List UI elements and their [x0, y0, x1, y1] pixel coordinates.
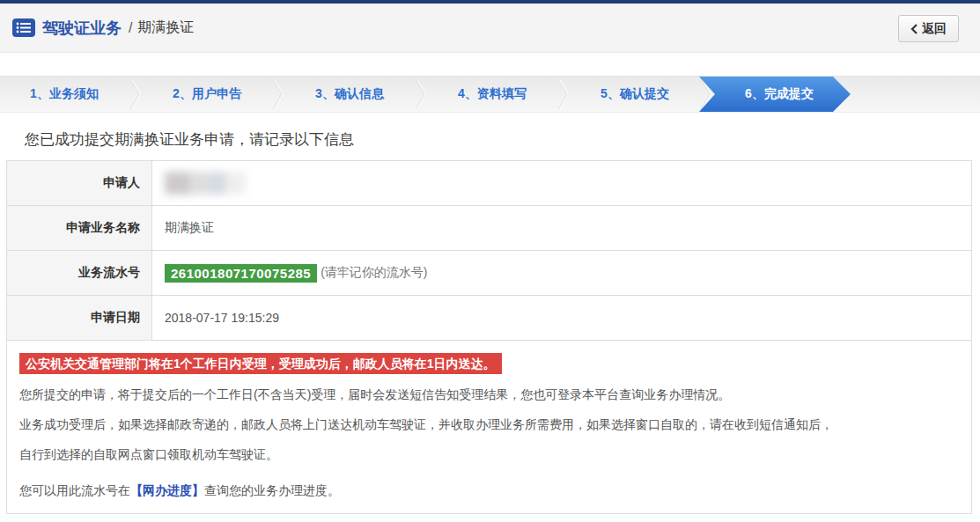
step-6-submission-complete-active: 6、完成提交	[699, 77, 851, 112]
chevron-left-icon	[910, 24, 917, 34]
step-separator-icon	[556, 77, 571, 112]
applicant-redacted-blur	[165, 172, 246, 195]
progress-query-line: 您可以用此流水号在【网办进度】查询您的业务办理进度。	[19, 483, 340, 499]
breadcrumb-separator: /	[129, 20, 132, 36]
row-label: 申请人	[7, 161, 152, 205]
online-progress-link[interactable]: 【网办进度】	[130, 483, 204, 497]
step-separator-icon	[129, 77, 143, 112]
step-5-confirm-submit: 5、确认提交	[571, 77, 699, 112]
wizard-step-bar: 1、业务须知 2、用户申告 3、确认信息 4、资料填写 5、确认提交 6、完成提…	[0, 76, 980, 113]
progress-query-prefix: 您可以用此流水号在	[19, 483, 130, 497]
success-message: 您已成功提交期满换证业务申请，请记录以下信息	[25, 129, 980, 150]
license-business-list-icon	[12, 18, 35, 37]
table-row-applicant: 申请人	[7, 161, 971, 206]
row-value: 261001807170075285 (请牢记你的流水号)	[152, 251, 971, 295]
page-title: 驾驶证业务	[42, 18, 122, 39]
step-2-user-declaration: 2、用户申告	[143, 77, 271, 112]
note-paragraph: 您所提交的申请，将于提交后的一个工作日(不含当天)受理，届时会发送短信告知受理结…	[19, 382, 959, 408]
table-row-serial-number: 业务流水号 261001807170075285 (请牢记你的流水号)	[7, 251, 971, 296]
page-header: 驾驶证业务 / 期满换证 返回	[0, 4, 980, 53]
step-separator-icon	[271, 77, 285, 112]
table-row-business-name: 申请业务名称 期满换证	[7, 206, 971, 251]
note-paragraph: 业务成功受理后，如果选择邮政寄递的，邮政人员将上门送达机动车驾驶证，并收取办理业…	[19, 412, 959, 437]
note-paragraph: 自行到选择的自取网点窗口领取机动车驾驶证。	[19, 442, 959, 467]
notes-section: 公安机关交通管理部门将在1个工作日内受理，受理成功后，邮政人员将在1日内送达。 …	[7, 341, 971, 513]
back-button[interactable]: 返回	[898, 15, 959, 42]
table-row-apply-date: 申请日期 2018-07-17 19:15:29	[7, 296, 971, 341]
result-panel: 申请人 申请业务名称 期满换证 业务流水号 261001807170075285…	[6, 160, 972, 514]
back-button-label: 返回	[922, 21, 947, 37]
step-4-fill-materials: 4、资料填写	[428, 77, 556, 112]
acceptance-notice-banner: 公安机关交通管理部门将在1个工作日内受理，受理成功后，邮政人员将在1日内送达。	[19, 353, 502, 374]
step-1-business-notice: 1、业务须知	[0, 77, 129, 112]
serial-number-note: (请牢记你的流水号)	[321, 265, 427, 281]
row-value: 期满换证	[152, 206, 971, 250]
step-separator-icon	[414, 77, 428, 112]
serial-number-badge: 261001807170075285	[165, 264, 317, 283]
breadcrumb-current: 期满换证	[137, 18, 194, 37]
step-3-confirm-info: 3、确认信息	[285, 77, 414, 112]
step-bar-filler	[851, 77, 980, 112]
row-label: 申请业务名称	[7, 206, 152, 250]
row-value	[152, 161, 971, 205]
row-value: 2018-07-17 19:15:29	[152, 296, 971, 340]
progress-query-suffix: 查询您的业务办理进度。	[204, 483, 340, 497]
row-label: 申请日期	[7, 296, 152, 340]
row-label: 业务流水号	[7, 251, 152, 295]
